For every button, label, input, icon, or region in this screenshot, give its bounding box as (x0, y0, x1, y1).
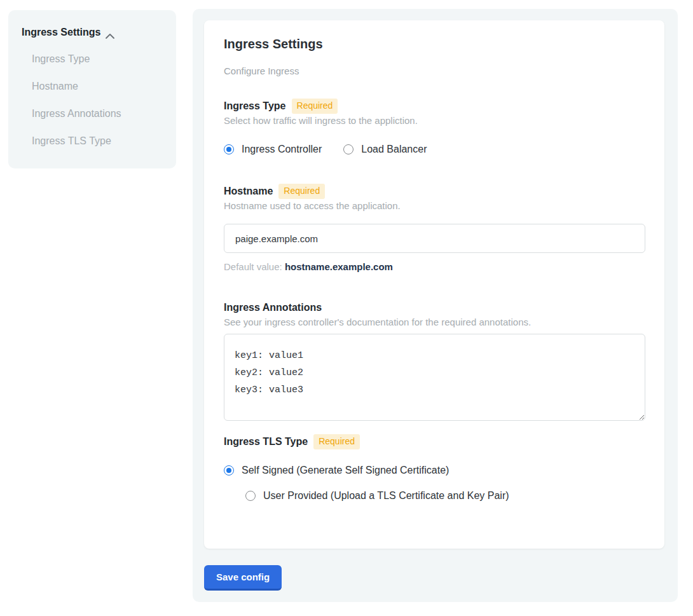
sidebar-group-ingress-settings[interactable]: Ingress Settings (22, 27, 163, 38)
sidebar-item-ingress-tls-type[interactable]: Ingress TLS Type (32, 135, 163, 147)
required-badge: Required (313, 434, 360, 449)
hostname-default-line: Default value: hostname.example.com (224, 261, 645, 272)
sidebar-items: Ingress Type Hostname Ingress Annotation… (32, 53, 163, 147)
radio-ingress-controller-label: Ingress Controller (242, 144, 322, 155)
hostname-heading: Hostname Required (224, 184, 645, 199)
radio-user-provided-label: User Provided (Upload a TLS Certificate … (263, 490, 509, 502)
required-badge: Required (292, 99, 338, 114)
radio-button-icon (245, 491, 256, 501)
ingress-type-label: Ingress Type (224, 99, 286, 114)
radio-load-balancer-label: Load Balancer (361, 144, 427, 155)
radio-button-icon (343, 144, 353, 154)
ingress-annotations-description: See your ingress controller's documentat… (224, 317, 645, 327)
radio-user-provided[interactable]: User Provided (Upload a TLS Certificate … (245, 490, 645, 502)
radio-self-signed-label: Self Signed (Generate Self Signed Certif… (242, 465, 449, 476)
radio-ingress-controller[interactable]: Ingress Controller (224, 144, 322, 155)
settings-sidebar: Ingress Settings Ingress Type Hostname I… (8, 10, 176, 168)
page-title: Ingress Settings (224, 37, 645, 51)
ingress-type-description: Select how traffic will ingress to the a… (224, 115, 645, 126)
ingress-annotations-heading: Ingress Annotations (224, 300, 645, 315)
ingress-type-radio-group: Ingress Controller Load Balancer (224, 144, 645, 155)
ingress-annotations-textarea[interactable]: key1: value1 key2: value2 key3: value3 (224, 334, 645, 421)
hostname-label: Hostname (224, 184, 273, 199)
sidebar-item-hostname[interactable]: Hostname (32, 81, 163, 92)
sidebar-item-ingress-type[interactable]: Ingress Type (32, 53, 163, 65)
hostname-description: Hostname used to access the application. (224, 200, 645, 211)
radio-self-signed[interactable]: Self Signed (Generate Self Signed Certif… (224, 465, 645, 476)
radio-button-icon (224, 144, 234, 154)
hostname-default-value: hostname.example.com (285, 261, 393, 272)
save-config-button[interactable]: Save config (204, 565, 282, 591)
required-badge: Required (278, 184, 325, 199)
ingress-settings-panel: Ingress Settings Configure Ingress Ingre… (193, 9, 678, 602)
hostname-default-prefix: Default value: (224, 261, 285, 272)
ingress-type-heading: Ingress Type Required (224, 99, 645, 114)
sidebar-group-label: Ingress Settings (22, 27, 100, 38)
sidebar-item-ingress-annotations[interactable]: Ingress Annotations (32, 108, 163, 120)
chevron-up-icon (106, 30, 114, 36)
radio-button-icon (224, 465, 234, 476)
ingress-tls-type-label: Ingress TLS Type (224, 434, 308, 449)
ingress-annotations-label: Ingress Annotations (224, 300, 322, 315)
radio-load-balancer[interactable]: Load Balancer (343, 144, 427, 155)
hostname-input[interactable] (224, 224, 645, 253)
page-subtitle: Configure Ingress (224, 65, 645, 76)
ingress-settings-card: Ingress Settings Configure Ingress Ingre… (204, 20, 664, 549)
ingress-tls-type-heading: Ingress TLS Type Required (224, 434, 645, 449)
